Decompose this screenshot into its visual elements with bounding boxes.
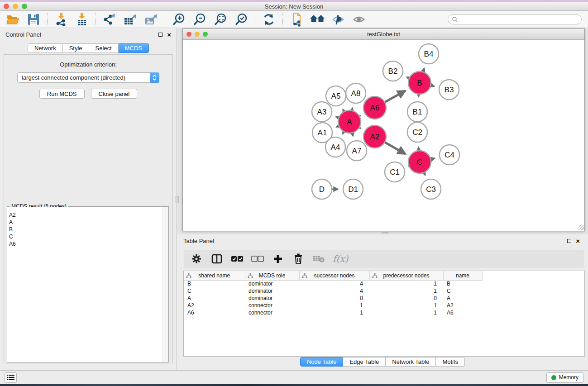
graph-node-label: D — [319, 185, 325, 194]
column-header[interactable]: shared name — [184, 271, 245, 280]
table-row[interactable]: Bdominator41B — [184, 280, 489, 287]
tab-mcds[interactable]: MCDS — [119, 43, 149, 53]
graph-edge[interactable] — [424, 173, 425, 176]
close-table-panel-icon[interactable]: × — [576, 239, 580, 243]
select-all-checkboxes-icon[interactable] — [231, 252, 244, 266]
export-network-icon[interactable] — [101, 12, 118, 27]
zoom-fit-icon[interactable] — [212, 12, 229, 27]
close-window-button[interactable] — [4, 4, 9, 9]
refresh-icon[interactable] — [261, 12, 277, 27]
minimize-window-button[interactable] — [13, 4, 18, 9]
table-row[interactable]: Adominator80A — [184, 295, 489, 302]
deselect-all-checkboxes-icon[interactable] — [251, 252, 264, 266]
search-input[interactable] — [458, 16, 578, 23]
window-resize-grip[interactable] — [578, 225, 584, 230]
mcds-result-item[interactable]: C — [9, 233, 168, 240]
tab-motifs[interactable]: Motifs — [436, 357, 465, 367]
graph-edge[interactable] — [423, 68, 424, 72]
mcds-result-item[interactable]: A — [9, 219, 168, 226]
graph-edge[interactable] — [419, 147, 419, 150]
run-mcds-button[interactable]: Run MCDS — [39, 89, 85, 99]
dropdown-stepper-icon — [150, 72, 159, 83]
window-controls — [4, 4, 27, 9]
search-field[interactable] — [448, 14, 582, 24]
network-window-title: testGlobe.txt — [367, 31, 400, 38]
network-canvas[interactable]: B4B2BB3A8A5A6A3B1AA1C2A2A4A7C4CC1C3DD1 — [183, 40, 584, 231]
close-panel-icon[interactable]: × — [167, 33, 171, 37]
mcds-result-item[interactable]: A2 — [9, 211, 168, 219]
tab-network-table[interactable]: Network Table — [386, 357, 436, 367]
import-table-icon[interactable] — [74, 12, 90, 27]
table-row[interactable]: Cdominator41C — [184, 287, 489, 295]
zoom-selected-icon[interactable] — [233, 12, 249, 27]
graph-edge[interactable] — [352, 108, 353, 110]
graph-edge[interactable] — [431, 86, 435, 86]
close-panel-button[interactable]: Close panel — [91, 89, 138, 99]
mcds-result-item[interactable]: A6 — [9, 240, 168, 248]
graph-edge[interactable] — [359, 128, 361, 129]
column-type-icon — [302, 273, 307, 278]
result-scrollbar[interactable] — [163, 207, 168, 362]
optimization-criterion-select[interactable]: largest connected component (directed) — [17, 72, 159, 83]
export-table-icon[interactable] — [122, 12, 139, 27]
export-image-icon[interactable] — [143, 12, 159, 27]
open-file-icon[interactable] — [5, 12, 21, 27]
new-network-from-selection-icon[interactable] — [288, 12, 305, 27]
add-column-icon[interactable] — [272, 252, 284, 266]
delete-column-icon[interactable] — [292, 252, 305, 266]
column-manager-icon[interactable] — [210, 252, 223, 266]
graph-edge[interactable] — [385, 91, 406, 102]
float-panel-icon[interactable] — [158, 33, 163, 37]
graph-node-label: A8 — [351, 89, 361, 98]
column-header[interactable]: predecessor nodes — [369, 271, 443, 280]
graph-edge[interactable] — [343, 132, 344, 134]
mcds-result-list[interactable]: A2ABCA6 — [7, 207, 168, 362]
vertical-splitter-handle[interactable] — [175, 196, 179, 203]
close-network-window-button[interactable] — [186, 32, 191, 37]
graph-edge[interactable] — [360, 115, 361, 116]
import-network-icon[interactable] — [53, 12, 69, 27]
settings-gear-icon[interactable] — [190, 252, 203, 266]
function-builder-icon[interactable]: f(x) — [333, 253, 348, 264]
graph-edge[interactable] — [336, 126, 339, 127]
toggle-graphics-details-icon[interactable] — [330, 12, 346, 27]
memory-button[interactable]: Memory — [546, 372, 583, 383]
table-row[interactable]: A6connector11A6 — [184, 309, 489, 316]
tab-edge-table[interactable]: Edge Table — [343, 357, 386, 367]
graph-edge[interactable] — [336, 117, 339, 118]
graph-node-label: B3 — [445, 86, 454, 94]
network-window-controls — [186, 32, 208, 37]
graph-edge[interactable] — [352, 133, 353, 136]
zoom-out-icon[interactable] — [191, 12, 208, 27]
float-table-panel-icon[interactable] — [567, 239, 571, 243]
graph-edge[interactable] — [385, 143, 406, 154]
graph-node-label: C2 — [412, 128, 422, 137]
graph-node-label: C1 — [390, 168, 400, 176]
graph-edge[interactable] — [343, 109, 344, 111]
minimize-network-window-button[interactable] — [195, 32, 200, 37]
node-table[interactable]: shared nameMCDS rolesuccessor nodesprede… — [183, 271, 585, 357]
graph-edge[interactable] — [431, 158, 435, 159]
network-view-window[interactable]: testGlobe.txt B4B2BB3A8A5A6A3B1AA1C2A2A4… — [182, 29, 585, 231]
tab-style[interactable]: Style — [63, 43, 89, 53]
tab-network[interactable]: Network — [28, 43, 63, 53]
maximize-network-window-button[interactable] — [203, 32, 208, 37]
tab-select[interactable]: Select — [89, 43, 119, 53]
mcds-result-item[interactable]: B — [9, 226, 168, 233]
delete-table-icon[interactable] — [312, 252, 325, 266]
graph-node-label: B4 — [424, 50, 434, 58]
save-session-icon[interactable] — [25, 12, 42, 27]
column-header[interactable]: MCDS role — [245, 271, 299, 280]
table-row[interactable]: A2connector11A2 — [184, 302, 489, 309]
show-hide-eye-icon[interactable] — [351, 12, 367, 27]
network-graph[interactable]: B4B2BB3A8A5A6A3B1AA1C2A2A4A7C4CC1C3DD1 — [183, 40, 584, 231]
column-header[interactable]: successor nodes — [299, 271, 369, 280]
tab-node-table[interactable]: Node Table — [300, 357, 344, 367]
home-layout-icon[interactable] — [309, 12, 325, 27]
zoom-in-icon[interactable] — [171, 12, 187, 27]
graph-edge[interactable] — [406, 77, 409, 78]
task-history-button[interactable] — [5, 372, 17, 383]
table-toolbar: f(x) — [184, 250, 584, 268]
column-header[interactable]: name — [443, 271, 482, 280]
maximize-window-button[interactable] — [22, 4, 27, 9]
